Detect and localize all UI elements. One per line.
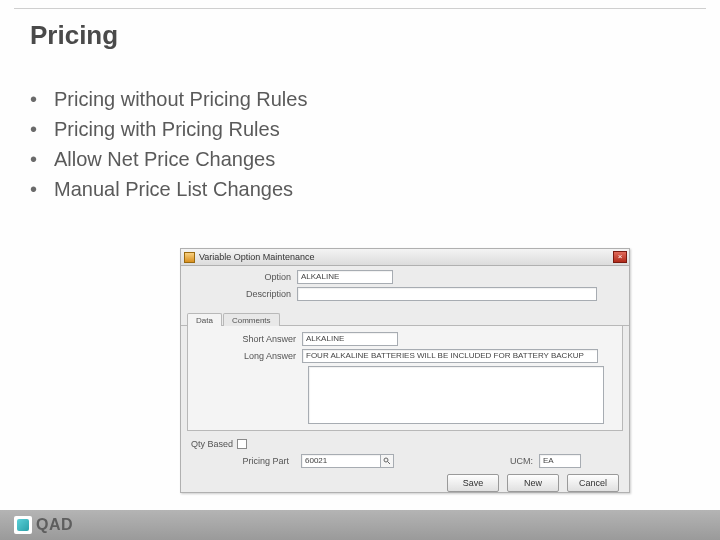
app-icon: [184, 252, 195, 263]
close-icon[interactable]: ×: [613, 251, 627, 263]
qty-based-label: Qty Based: [191, 439, 233, 449]
short-answer-label: Short Answer: [194, 334, 302, 344]
long-answer-label: Long Answer: [194, 351, 302, 361]
bullet-item: • Pricing without Pricing Rules: [30, 85, 307, 113]
dialog-header-form: Option ALKALINE Description: [181, 266, 629, 306]
cancel-button[interactable]: Cancel: [567, 474, 619, 492]
new-button[interactable]: New: [507, 474, 559, 492]
slide-title: Pricing: [30, 20, 118, 51]
bullet-text: Allow Net Price Changes: [54, 145, 275, 173]
bullet-dot-icon: •: [30, 145, 54, 173]
short-answer-field[interactable]: ALKALINE: [302, 332, 398, 346]
bullet-dot-icon: •: [30, 175, 54, 203]
search-icon: [383, 457, 391, 465]
dialog-tabs: Data Comments: [181, 312, 629, 326]
option-field[interactable]: ALKALINE: [297, 270, 393, 284]
option-label: Option: [189, 272, 297, 282]
bullet-text: Manual Price List Changes: [54, 175, 293, 203]
lookup-button[interactable]: [380, 454, 394, 468]
bullet-item: • Pricing with Pricing Rules: [30, 115, 307, 143]
tab-comments[interactable]: Comments: [223, 313, 280, 326]
ucm-label: UCM:: [510, 456, 533, 466]
pricing-part-row: Pricing Part 60021 UCM: EA: [181, 453, 629, 468]
long-answer-textarea[interactable]: [308, 366, 604, 424]
bullet-list: • Pricing without Pricing Rules • Pricin…: [30, 85, 307, 205]
qty-based-checkbox[interactable]: [237, 439, 247, 449]
variable-option-dialog: Variable Option Maintenance × Option ALK…: [180, 248, 630, 493]
description-field[interactable]: [297, 287, 597, 301]
save-button[interactable]: Save: [447, 474, 499, 492]
ucm-field[interactable]: EA: [539, 454, 581, 468]
tab-data-panel: Short Answer ALKALINE Long Answer FOUR A…: [187, 326, 623, 431]
bullet-text: Pricing without Pricing Rules: [54, 85, 307, 113]
bullet-dot-icon: •: [30, 115, 54, 143]
long-answer-field[interactable]: FOUR ALKALINE BATTERIES WILL BE INCLUDED…: [302, 349, 598, 363]
qty-based-row: Qty Based: [191, 439, 629, 449]
tab-data[interactable]: Data: [187, 313, 222, 326]
dialog-button-bar: Save New Cancel: [181, 468, 629, 498]
pricing-part-combo: 60021: [301, 453, 394, 468]
svg-point-0: [384, 458, 388, 462]
dialog-titlebar[interactable]: Variable Option Maintenance ×: [181, 249, 629, 266]
pricing-part-field[interactable]: 60021: [301, 454, 381, 468]
pricing-part-label: Pricing Part: [187, 456, 295, 466]
slide-top-rule: [14, 8, 706, 9]
bullet-item: • Allow Net Price Changes: [30, 145, 307, 173]
bullet-dot-icon: •: [30, 85, 54, 113]
qad-logo-icon: [14, 516, 32, 534]
description-label: Description: [189, 289, 297, 299]
qad-brand-text: QAD: [36, 516, 73, 534]
slide-footer: QAD: [0, 510, 720, 540]
svg-line-1: [388, 461, 391, 464]
bullet-item: • Manual Price List Changes: [30, 175, 307, 203]
dialog-title: Variable Option Maintenance: [199, 252, 314, 262]
bullet-text: Pricing with Pricing Rules: [54, 115, 280, 143]
